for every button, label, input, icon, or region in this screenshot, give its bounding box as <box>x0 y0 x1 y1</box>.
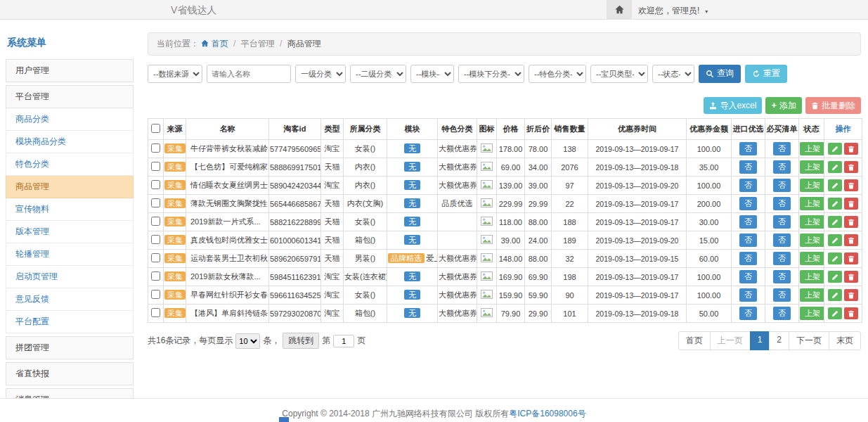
breadcrumb-item-platform[interactable]: 平台管理 <box>241 39 275 49</box>
delete-button[interactable] <box>844 234 858 246</box>
import-select-toggle[interactable]: 否 <box>739 197 757 210</box>
home-button[interactable] <box>607 0 632 19</box>
import-select-toggle[interactable]: 否 <box>739 234 757 247</box>
sidebar-item-splash-page-management[interactable]: 启动页管理 <box>6 266 134 288</box>
featured-category-select[interactable]: --特色分类-- <box>529 65 586 83</box>
level1-category-select[interactable]: 一级分类 <box>295 65 346 83</box>
delete-button[interactable] <box>844 271 858 283</box>
pagination-next-page[interactable]: 下一页 <box>789 331 829 350</box>
delete-button[interactable] <box>844 198 858 210</box>
delete-button[interactable] <box>844 161 858 173</box>
must-buy-toggle[interactable]: 否 <box>773 307 791 320</box>
status-button[interactable]: 上架 <box>800 288 824 302</box>
per-page-select[interactable]: 10 <box>235 333 260 349</box>
sidebar-item-product-management[interactable]: 商品管理 <box>6 176 134 198</box>
must-buy-toggle[interactable]: 否 <box>773 234 791 247</box>
pagination-first-page[interactable]: 首页 <box>678 331 711 350</box>
level2-category-select[interactable]: --二级分类-- <box>350 65 406 83</box>
batch-delete-button[interactable]: 批量删除 <box>805 97 861 114</box>
breadcrumb-home-link[interactable]: 首页 <box>201 39 231 49</box>
delete-button[interactable] <box>844 179 858 191</box>
must-buy-toggle[interactable]: 否 <box>773 288 791 302</box>
edit-button[interactable] <box>828 161 842 173</box>
must-buy-toggle[interactable]: 否 <box>773 142 791 155</box>
delete-button[interactable] <box>844 216 858 228</box>
status-button[interactable]: 上架 <box>800 197 824 210</box>
sidebar-item-version-management[interactable]: 版本管理 <box>6 221 134 243</box>
import-excel-button[interactable]: 导入excel <box>704 97 762 114</box>
search-button[interactable]: 查询 <box>699 65 741 82</box>
sidebar-item-product-category[interactable]: 商品分类 <box>6 108 134 131</box>
row-checkbox[interactable] <box>151 290 160 299</box>
import-select-toggle[interactable]: 否 <box>739 215 757 229</box>
sidebar-item-user-management[interactable]: 用户管理 <box>6 59 134 82</box>
data-source-select[interactable]: --数据来源-- <box>148 65 202 83</box>
item-type-select[interactable]: --宝贝类型-- <box>590 65 648 83</box>
must-buy-toggle[interactable]: 否 <box>773 197 791 210</box>
import-select-toggle[interactable]: 否 <box>739 142 757 155</box>
status-button[interactable]: 上架 <box>800 234 824 247</box>
row-checkbox[interactable] <box>151 180 160 189</box>
row-checkbox[interactable] <box>151 217 160 226</box>
row-checkbox[interactable] <box>151 253 160 262</box>
name-search-input[interactable] <box>207 65 291 83</box>
icp-link[interactable]: 粤ICP备16098006号 <box>509 409 585 418</box>
row-checkbox[interactable] <box>151 143 160 153</box>
sidebar-item-express-report[interactable]: 省直快报 <box>6 362 134 385</box>
user-menu[interactable]: 欢迎您，管理员! ▼ <box>638 5 709 17</box>
edit-button[interactable] <box>828 252 842 264</box>
import-select-toggle[interactable]: 否 <box>739 307 757 320</box>
sidebar-item-platform-management[interactable]: 平台管理 <box>6 85 134 108</box>
must-buy-toggle[interactable]: 否 <box>773 215 791 229</box>
sidebar-item-carousel-management[interactable]: 轮播管理 <box>6 243 134 266</box>
row-checkbox[interactable] <box>151 308 160 317</box>
edit-button[interactable] <box>828 198 842 210</box>
row-checkbox[interactable] <box>151 198 160 207</box>
edit-button[interactable] <box>828 179 842 191</box>
edit-button[interactable] <box>828 307 842 319</box>
delete-button[interactable] <box>844 289 858 301</box>
status-button[interactable]: 上架 <box>800 215 824 229</box>
sidebar-item-group-buy-management[interactable]: 拼团管理 <box>6 336 134 359</box>
pagination-last-page[interactable]: 末页 <box>829 331 861 350</box>
sidebar-item-module-product-category[interactable]: 模块商品分类 <box>6 131 134 153</box>
status-button[interactable]: 上架 <box>800 307 824 320</box>
must-buy-toggle[interactable]: 否 <box>773 179 791 192</box>
row-checkbox[interactable] <box>151 235 160 244</box>
status-button[interactable]: 上架 <box>800 160 824 174</box>
must-buy-toggle[interactable]: 否 <box>773 252 791 265</box>
select-all-checkbox[interactable] <box>151 124 160 133</box>
row-checkbox[interactable] <box>151 162 160 171</box>
reset-button[interactable]: 重置 <box>745 65 787 82</box>
module-subcategory-select[interactable]: --模块下分类-- <box>458 65 524 83</box>
import-select-toggle[interactable]: 否 <box>739 288 757 302</box>
pagination-page-2[interactable]: 2 <box>769 331 789 350</box>
delete-button[interactable] <box>844 252 858 264</box>
sidebar-item-promo-materials[interactable]: 宣传物料 <box>6 198 134 221</box>
jump-page-input[interactable] <box>333 335 354 347</box>
sidebar-item-feedback[interactable]: 意见反馈 <box>6 288 134 311</box>
module-select[interactable]: --模块-- <box>410 65 454 83</box>
sidebar-item-platform-config[interactable]: 平台配置 <box>6 311 134 333</box>
delete-button[interactable] <box>844 143 858 155</box>
import-select-toggle[interactable]: 否 <box>739 270 757 283</box>
scrollbar-thumb[interactable] <box>279 417 289 422</box>
edit-button[interactable] <box>828 216 842 228</box>
jump-button[interactable]: 跳转到 <box>283 333 319 349</box>
status-button[interactable]: 上架 <box>800 270 824 283</box>
pagination-page-1[interactable]: 1 <box>750 331 770 350</box>
edit-button[interactable] <box>828 271 842 283</box>
status-select[interactable]: --状态-- <box>652 65 694 83</box>
status-button[interactable]: 上架 <box>800 142 824 155</box>
sidebar-item-featured-category[interactable]: 特色分类 <box>6 153 134 176</box>
status-button[interactable]: 上架 <box>800 252 824 265</box>
add-button[interactable]: + 添加 <box>765 97 802 114</box>
row-checkbox[interactable] <box>151 271 160 281</box>
edit-button[interactable] <box>828 143 842 155</box>
edit-button[interactable] <box>828 289 842 301</box>
import-select-toggle[interactable]: 否 <box>739 160 757 174</box>
must-buy-toggle[interactable]: 否 <box>773 160 791 174</box>
edit-button[interactable] <box>828 234 842 246</box>
import-select-toggle[interactable]: 否 <box>739 252 757 265</box>
status-button[interactable]: 上架 <box>800 179 824 192</box>
